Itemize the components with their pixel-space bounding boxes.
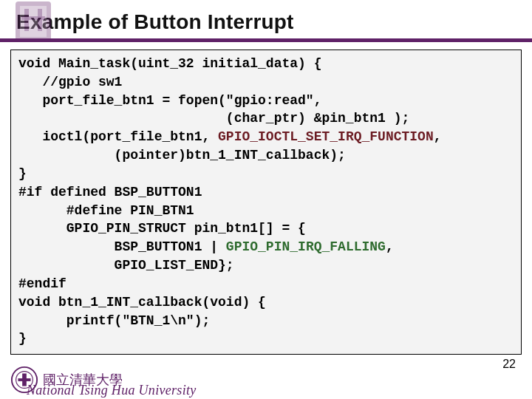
code-block: void Main_task(uint_32 initial_data) { /… <box>10 50 522 355</box>
code-line: //gpio sw1 <box>18 75 122 89</box>
code-line: GPIO_LIST_END}; <box>18 258 234 273</box>
code-emphasis: GPIO_IOCTL_SET_IRQ_FUNCTION <box>218 129 434 144</box>
logo-seal-icon <box>11 0 55 44</box>
code-line: (char_ptr) &pin_btn1 ); <box>18 111 409 126</box>
svg-rect-1 <box>20 6 47 37</box>
code-line: (pointer)btn_1_INT_callback); <box>18 148 346 163</box>
slide-title: Example of Button Interrupt <box>0 0 532 38</box>
code-line: GPIO_PIN_STRUCT pin_btn1[] = { <box>18 221 306 236</box>
university-logo-watermark <box>11 0 55 44</box>
code-line: #define PIN_BTN1 <box>18 203 194 218</box>
code-line: #if defined BSP_BUTTON1 <box>18 185 202 200</box>
code-line: } <box>18 331 27 346</box>
slide: Example of Button Interrupt void Main_ta… <box>0 0 532 399</box>
footer-university-name-en: National Tsing Hua University <box>27 362 197 398</box>
code-line: } <box>18 166 27 181</box>
code-line: ioctl(port_file_btn1, <box>18 129 218 144</box>
code-line: , <box>386 239 394 254</box>
code-line: BSP_BUTTON1 | <box>18 239 226 254</box>
svg-rect-4 <box>21 16 45 20</box>
code-line: void btn_1_INT_callback(void) { <box>18 295 266 310</box>
code-constant: GPIO_PIN_IRQ_FALLING <box>226 239 386 254</box>
code-line: void Main_task(uint_32 initial_data) { <box>18 56 321 71</box>
code-line: printf("BTN_1\n"); <box>18 313 210 328</box>
code-line: #endif <box>18 276 66 291</box>
footer: 國立清華大學 National Tsing Hua University <box>0 361 532 399</box>
code-line: port_file_btn1 = fopen("gpio:read", <box>18 93 321 108</box>
title-underline <box>0 38 532 42</box>
code-line: , <box>434 129 442 144</box>
